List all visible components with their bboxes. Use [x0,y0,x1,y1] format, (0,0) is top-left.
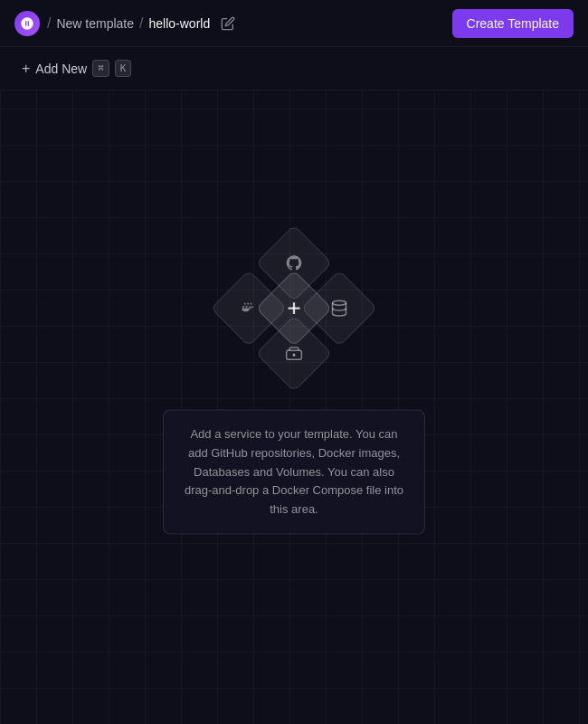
plus-icon: + [22,61,30,77]
plus-center-icon [284,299,304,319]
svg-point-2 [333,300,346,305]
breadcrumb-sep-1: / [47,15,51,32]
add-new-button[interactable]: + Add New ⌘ K [14,56,138,81]
template-canvas[interactable]: Add a service to your template. You can … [0,90,588,724]
breadcrumb-hello-world[interactable]: hello-world [149,16,211,31]
breadcrumb-sep-2: / [139,15,143,32]
github-icon [285,254,303,272]
kbd-meta: ⌘ [92,60,109,77]
hint-box: Add a service to your template. You can … [163,410,425,535]
breadcrumb-new-template[interactable]: New template [56,16,134,31]
service-add-cluster: Add a service to your template. You can … [163,236,425,535]
app-header: / New template / hello-world Create Temp… [0,0,588,47]
logo[interactable] [14,11,40,36]
create-template-button[interactable]: Create Template [452,9,574,38]
volume-icon [285,345,303,363]
add-service-center-button[interactable] [256,270,333,347]
header-left: / New template / hello-world [14,11,239,36]
docker-icon [240,300,258,318]
breadcrumb: / New template / hello-world [47,15,210,32]
railway-logo-icon [20,16,34,31]
database-icon [330,300,348,318]
toolbar: + Add New ⌘ K [0,47,588,90]
add-new-label: Add New [35,62,87,76]
kbd-key: K [115,60,132,77]
diamond-grid [222,236,366,381]
edit-name-button[interactable] [217,13,239,34]
edit-icon [221,16,235,31]
hint-text: Add a service to your template. You can … [182,425,406,519]
